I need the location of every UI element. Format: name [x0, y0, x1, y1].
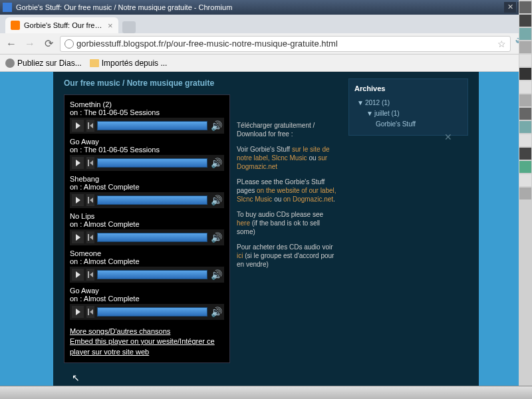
- progress-bar[interactable]: [97, 121, 207, 130]
- text: .: [333, 196, 335, 203]
- dock-icon[interactable]: [519, 68, 531, 80]
- archive-year-label: 2012 (1): [365, 99, 390, 106]
- url-box[interactable]: gorbiesstuff.blogspot.fr/p/our-free-musi…: [60, 36, 511, 52]
- bookmark-label: Importés depuis ...: [102, 59, 168, 68]
- browser-tab[interactable]: Gorbie's Stuff: Our free... ×: [5, 17, 118, 33]
- archive-post[interactable]: Gorbie's Stuff: [354, 119, 462, 130]
- dock-icon[interactable]: [519, 108, 531, 120]
- text: Voir Gorbie's Stuff: [237, 146, 292, 153]
- blog-container: Our free music / Notre musique gratuite …: [53, 72, 479, 386]
- address-bar: ← → ⟳ gorbiesstuff.blogspot.fr/p/our-fre…: [0, 33, 532, 55]
- volume-icon[interactable]: 🔊: [210, 269, 222, 280]
- volume-icon[interactable]: 🔊: [210, 195, 222, 205]
- tab-close-icon[interactable]: ×: [108, 21, 113, 31]
- url-text: gorbiesstuff.blogspot.fr/p/our-free-musi…: [76, 39, 495, 49]
- folder-icon: [90, 59, 99, 67]
- chevron-down-icon: ▼: [357, 99, 364, 106]
- play-icon: [76, 271, 80, 278]
- progress-bar[interactable]: [97, 307, 207, 317]
- play-button[interactable]: [72, 231, 84, 243]
- track-album: on : The 01-06-05 Sessions: [70, 146, 224, 154]
- play-icon: [76, 234, 80, 241]
- dock-icon[interactable]: [519, 28, 531, 40]
- dock-icon[interactable]: [519, 81, 531, 93]
- rewind-button[interactable]: [86, 306, 94, 318]
- sidebar-title: Archives: [354, 84, 462, 92]
- dogmazic-link-en[interactable]: on Dogmazic.net: [283, 196, 333, 203]
- bookmark-item[interactable]: Importés depuis ...: [90, 59, 168, 68]
- volume-icon[interactable]: 🔊: [210, 307, 222, 317]
- archive-month-label: juillet (1): [374, 110, 400, 117]
- volume-icon[interactable]: 🔊: [210, 232, 222, 243]
- rewind-button[interactable]: [86, 157, 94, 169]
- dock-icon[interactable]: [519, 94, 531, 106]
- dock-icon[interactable]: [519, 188, 531, 200]
- play-button[interactable]: [72, 194, 84, 206]
- tab-strip: Gorbie's Stuff: Our free... ×: [0, 15, 532, 33]
- main-column: Our free music / Notre musique gratuite …: [64, 78, 343, 379]
- bookmark-item[interactable]: Publiez sur Dias...: [5, 59, 82, 68]
- page-content: Our free music / Notre musique gratuite …: [0, 72, 532, 386]
- archive-year[interactable]: ▼2012 (1): [354, 98, 462, 108]
- chevron-down-icon: ▼: [366, 110, 373, 117]
- progress-bar[interactable]: [97, 158, 207, 168]
- track: Someoneon : Almost Complete🔊: [70, 249, 224, 283]
- play-button[interactable]: [72, 120, 84, 132]
- archive-month[interactable]: ▼juillet (1): [354, 108, 462, 119]
- track-title: Someone: [70, 249, 224, 257]
- audio-controls: 🔊: [70, 192, 224, 208]
- track-album: on : Almost Complete: [70, 257, 224, 265]
- progress-bar[interactable]: [97, 196, 207, 205]
- rewind-button[interactable]: [86, 120, 94, 132]
- track-title: Somethin (2): [70, 100, 224, 108]
- player-links: More songs/D'autres chansons Embed this …: [70, 327, 224, 357]
- track: No Lipson : Almost Complete🔊: [70, 212, 224, 245]
- dock-icon[interactable]: [519, 161, 531, 173]
- text: ou: [272, 196, 283, 203]
- volume-icon[interactable]: 🔊: [210, 158, 222, 168]
- text: Pour acheter des CDs audio voir: [237, 243, 333, 251]
- archive-post-link[interactable]: Gorbie's Stuff: [376, 120, 416, 128]
- audio-controls: 🔊: [70, 267, 224, 283]
- dock-icon[interactable]: [519, 148, 531, 160]
- dock-icon[interactable]: [519, 15, 531, 27]
- bookmark-label: Publiez sur Dias...: [17, 59, 82, 68]
- play-button[interactable]: [72, 157, 84, 169]
- dock-icon[interactable]: [519, 41, 531, 53]
- play-button[interactable]: [72, 306, 84, 318]
- dock-icon[interactable]: [519, 55, 531, 66]
- dock-icon[interactable]: [519, 174, 531, 186]
- window-titlebar: Gorbie's Stuff: Our free music / Notre m…: [0, 0, 532, 15]
- audio-controls: 🔊: [70, 155, 224, 171]
- collapse-icon[interactable]: ✕: [444, 132, 452, 142]
- more-songs-link[interactable]: More songs/D'autres chansons: [70, 327, 224, 336]
- app-icon: [3, 3, 12, 12]
- embed-player-link[interactable]: Embed this player on your wesite/Intégre…: [70, 336, 224, 357]
- bookmark-star-icon[interactable]: ☆: [497, 39, 506, 49]
- play-button[interactable]: [72, 269, 84, 281]
- forward-button[interactable]: →: [23, 37, 37, 51]
- progress-bar[interactable]: [97, 270, 207, 279]
- bookmark-bar: Publiez sur Dias... Importés depuis ...: [0, 55, 532, 72]
- new-tab-button[interactable]: [122, 21, 136, 33]
- window-title: Gorbie's Stuff: Our free music / Notre m…: [16, 3, 504, 11]
- track: Shebangon : Almost Complete🔊: [70, 175, 224, 208]
- back-button[interactable]: ←: [4, 37, 19, 51]
- rewind-button[interactable]: [86, 231, 94, 243]
- text: To buy audio CDs please see: [237, 211, 323, 218]
- dock-icon[interactable]: [519, 134, 531, 146]
- dock-icon[interactable]: [519, 1, 531, 13]
- rewind-button[interactable]: [86, 269, 94, 281]
- window-close-button[interactable]: ✕: [504, 2, 516, 13]
- buy-cd-link[interactable]: here: [237, 219, 250, 227]
- volume-icon[interactable]: 🔊: [210, 120, 222, 131]
- rewind-button[interactable]: [86, 194, 94, 206]
- reload-button[interactable]: ⟳: [41, 37, 56, 51]
- dock-icon[interactable]: [519, 121, 531, 133]
- taskbar[interactable]: [0, 386, 532, 399]
- text: ou: [307, 154, 319, 162]
- tab-title: Gorbie's Stuff: Our free...: [24, 21, 104, 29]
- track-album: on : Almost Complete: [70, 295, 224, 303]
- progress-bar[interactable]: [97, 233, 207, 242]
- track-album: on : Almost Complete: [70, 183, 224, 191]
